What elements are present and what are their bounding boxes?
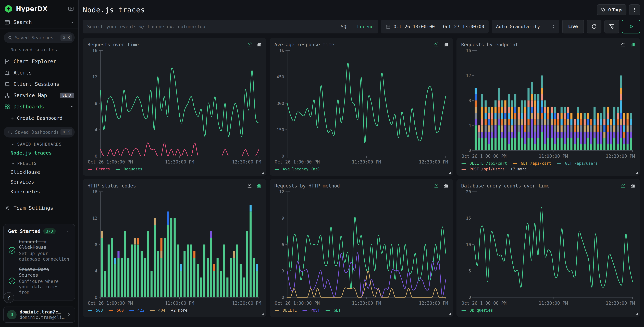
line-chart-toggle-icon[interactable] <box>621 183 626 188</box>
line-chart-toggle-icon[interactable] <box>434 183 439 188</box>
create-dashboard-label: Create Dashboard <box>17 115 62 121</box>
sidebar-item-dashboards[interactable]: Dashboards <box>0 101 78 112</box>
sidebar-dashboard-nodejs-traces[interactable]: Node.js traces <box>0 148 78 158</box>
legend-item[interactable]: —— GET /api/users <box>557 161 598 166</box>
chevron-up-icon[interactable] <box>70 20 74 24</box>
sidebar: HyperDX Search Saved Searches ⌘ K No sav… <box>0 0 79 327</box>
legend-item[interactable]: —— Avg latency (ms) <box>275 167 320 171</box>
legend-item[interactable]: —— POST /api/users <box>462 167 504 171</box>
legend-more-link[interactable]: +2 more <box>171 308 187 312</box>
get-started-progress-badge: 3/3 <box>43 228 56 234</box>
resize-handle-icon[interactable] <box>448 171 452 174</box>
search-icon <box>8 130 12 134</box>
line-chart-toggle-icon[interactable] <box>621 42 626 47</box>
legend-item[interactable]: —— GET /api/cart <box>513 161 551 166</box>
saved-dashboards-input[interactable]: Saved Dashboards ⌘ K <box>4 127 75 138</box>
svg-text:16: 16 <box>92 189 97 194</box>
more-options-button[interactable] <box>629 4 640 15</box>
sidebar-item-chart-explorer[interactable]: Chart Explorer <box>0 56 78 67</box>
help-question-icon: ? <box>7 294 10 301</box>
sidebar-item-team-settings[interactable]: Team Settings <box>0 202 78 214</box>
bar-chart-toggle-icon[interactable] <box>256 183 262 188</box>
svg-text:12: 12 <box>92 216 97 220</box>
sidebar-preset-clickhouse[interactable]: ClickHouse <box>0 167 78 177</box>
legend-item[interactable]: —— GET <box>326 308 341 312</box>
user-name: dominic.tran@c… <box>20 309 64 314</box>
resize-handle-icon[interactable] <box>261 312 264 316</box>
line-chart-toggle-icon[interactable] <box>247 183 252 188</box>
legend-item[interactable]: —— POST <box>302 308 320 312</box>
avatar: D <box>7 310 16 320</box>
svg-text:12:30:00 PM: 12:30:00 PM <box>232 160 261 164</box>
legend-item[interactable]: —— DELETE <box>275 308 297 312</box>
get-started-panel: Get Started 3/3 Connect to ClickHouse Se… <box>4 224 75 301</box>
sql-mode-toggle[interactable]: SQL <box>341 24 349 29</box>
get-started-task[interactable]: Create Data Sources Configure where your… <box>8 266 70 295</box>
bar-chart-toggle-icon[interactable] <box>630 42 635 47</box>
lucene-mode-toggle[interactable]: Lucene <box>357 24 374 29</box>
legend-item[interactable]: —— 422 <box>130 308 144 312</box>
chevron-up-icon[interactable] <box>66 229 70 234</box>
live-button[interactable]: Live <box>562 20 584 34</box>
bar-chart-toggle-icon[interactable] <box>630 183 635 188</box>
run-query-button[interactable] <box>622 20 640 34</box>
sidebar-collapse-icon[interactable] <box>68 6 74 12</box>
svg-text:450: 450 <box>276 74 284 80</box>
legend-item[interactable]: —— 500 <box>109 308 124 312</box>
chart-legend: —— Avg latency (ms) <box>274 166 448 173</box>
date-range-picker[interactable]: Oct 26 13:00:00 - Oct 27 13:00:00 <box>381 20 488 34</box>
saved-searches-input[interactable]: Saved Searches ⌘ K <box>4 32 75 43</box>
saved-dashboards-section-header[interactable]: SAVED DASHBOARDS <box>0 138 78 148</box>
svg-text:11:30:00 PM: 11:30:00 PM <box>352 301 381 306</box>
sidebar-preset-kubernetes[interactable]: Kubernetes <box>0 187 78 196</box>
resize-handle-icon[interactable] <box>635 171 638 174</box>
sidebar-item-label: Team Settings <box>14 205 53 211</box>
filter-button[interactable] <box>604 20 619 34</box>
granularity-select[interactable]: Auto Granularity <box>492 20 559 34</box>
dashboards-grid-icon <box>4 104 10 110</box>
search-input[interactable] <box>87 24 337 29</box>
resize-handle-icon[interactable] <box>635 312 638 316</box>
calendar-icon <box>386 24 390 29</box>
legend-item[interactable]: —— DELETE /api/cart <box>462 161 507 166</box>
laptop-icon <box>4 81 10 87</box>
get-started-title: Get Started <box>8 228 40 234</box>
resize-handle-icon[interactable] <box>448 312 452 316</box>
svg-text:Oct 26 1:00:00 PM: Oct 26 1:00:00 PM <box>88 301 133 306</box>
dashboard-grid: Requests over time 0481216Oct 26 1:00:00… <box>83 38 640 317</box>
svg-text:Oct 26 1:00:00 PM: Oct 26 1:00:00 PM <box>462 301 506 306</box>
sidebar-preset-services[interactable]: Services <box>0 177 78 187</box>
svg-text:8: 8 <box>468 98 471 103</box>
sidebar-item-search[interactable]: Search <box>0 16 78 29</box>
sidebar-item-alerts[interactable]: Alerts <box>0 67 78 78</box>
svg-text:4: 4 <box>95 127 97 132</box>
legend-more-link[interactable]: +7 more <box>510 167 527 171</box>
resize-handle-icon[interactable] <box>261 171 264 174</box>
check-circle-icon <box>8 277 16 285</box>
sidebar-item-service-map[interactable]: Service Map BETA <box>0 90 78 101</box>
tags-button[interactable]: 0 Tags <box>597 4 626 15</box>
user-menu[interactable]: D dominic.tran@c… dominic.tran@cli… <box>4 306 75 322</box>
line-chart-toggle-icon[interactable] <box>434 42 439 47</box>
refresh-button[interactable] <box>587 20 602 34</box>
get-started-task[interactable]: Connect to ClickHouse Set up your databa… <box>8 239 70 262</box>
bar-chart-toggle-icon[interactable] <box>256 42 262 47</box>
svg-text:Oct 26 1:00:00 PM: Oct 26 1:00:00 PM <box>88 160 133 164</box>
sidebar-item-client-sessions[interactable]: Client Sessions <box>0 78 78 90</box>
create-dashboard-button[interactable]: Create Dashboard <box>0 112 78 123</box>
bar-chart-toggle-icon[interactable] <box>443 183 448 188</box>
legend-item[interactable]: —— 503 <box>88 308 103 312</box>
help-button[interactable]: ? <box>4 292 14 303</box>
presets-section-header[interactable]: PRESETS <box>0 158 78 167</box>
legend-item[interactable]: —— Db queries <box>462 308 493 312</box>
section-label: PRESETS <box>17 161 37 166</box>
line-chart-toggle-icon[interactable] <box>247 42 252 47</box>
legend-item[interactable]: —— 404 <box>150 308 165 312</box>
legend-item[interactable]: —— Errors <box>88 167 110 171</box>
bell-icon <box>4 70 10 76</box>
task-description: Configure where your data comes from <box>19 279 70 295</box>
bar-chart-toggle-icon[interactable] <box>443 42 448 47</box>
legend-item[interactable]: —— Requests <box>116 167 142 171</box>
chevron-up-icon[interactable] <box>70 104 74 109</box>
hyperdx-logo-icon <box>4 5 12 13</box>
